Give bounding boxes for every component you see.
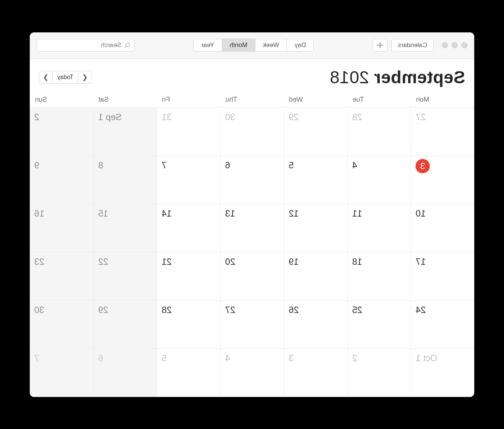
calendars-button[interactable]: Calendars: [392, 39, 434, 52]
day-cell[interactable]: 12: [284, 204, 347, 252]
search-input[interactable]: [41, 41, 121, 49]
day-cell[interactable]: Oct 1: [411, 349, 474, 397]
day-cell[interactable]: 5: [157, 349, 220, 397]
view-switcher: DayWeekMonthYear: [193, 39, 314, 52]
day-cell[interactable]: 30: [30, 301, 93, 349]
day-number: 2: [352, 352, 365, 365]
month-name: September: [374, 67, 465, 87]
day-cell[interactable]: 26: [284, 301, 347, 349]
day-cell[interactable]: 9: [30, 156, 93, 204]
weekday-header: Sat: [93, 93, 157, 107]
weekday-header: Wed: [284, 93, 347, 107]
view-tab-label: Month: [230, 41, 247, 49]
day-cell[interactable]: 29: [93, 301, 157, 349]
month-grid: 2728293031Sep 12345678910111213141516171…: [30, 108, 474, 397]
day-cell[interactable]: 29: [284, 108, 347, 156]
month-header: September 2018 ❮ Today ❯: [30, 59, 474, 93]
day-cell[interactable]: 31: [157, 108, 220, 156]
today-button[interactable]: Today: [52, 71, 78, 83]
day-cell[interactable]: 14: [157, 204, 220, 252]
day-cell[interactable]: 10: [411, 204, 474, 252]
day-number: 8: [98, 159, 111, 172]
day-number: 4: [352, 159, 365, 172]
day-cell[interactable]: 4: [220, 349, 284, 397]
day-cell[interactable]: 6: [93, 349, 157, 397]
titlebar: Calendars DayWeekMonthYear: [30, 32, 474, 59]
add-event-button[interactable]: [373, 39, 388, 52]
day-cell[interactable]: 24: [411, 301, 474, 349]
content: September 2018 ❮ Today ❯ MonTueWedThuFri…: [30, 59, 474, 397]
day-cell[interactable]: 16: [30, 204, 93, 252]
day-number: 11: [352, 207, 365, 220]
day-number: 6: [98, 352, 111, 365]
day-number: 10: [415, 207, 428, 220]
day-cell[interactable]: 23: [30, 252, 93, 301]
day-cell[interactable]: 27: [411, 108, 474, 156]
view-tab-label: Day: [295, 41, 306, 49]
day-number: 28: [352, 111, 365, 124]
view-tab-week[interactable]: Week: [255, 39, 287, 51]
day-cell[interactable]: Sep 1: [93, 108, 157, 156]
chevron-right-icon: ❯: [43, 73, 49, 81]
day-number: 24: [415, 304, 428, 316]
weekday-header: Sun: [30, 93, 93, 107]
view-tab-year[interactable]: Year: [194, 39, 221, 51]
day-number: 17: [415, 255, 428, 268]
day-number: 6: [225, 159, 238, 172]
day-cell[interactable]: 5: [284, 156, 347, 204]
day-cell[interactable]: 2: [30, 108, 93, 156]
day-cell[interactable]: 11: [347, 204, 411, 252]
day-number: Oct 1: [415, 352, 437, 365]
day-cell[interactable]: 22: [93, 252, 157, 301]
day-cell[interactable]: 28: [347, 108, 411, 156]
day-cell[interactable]: 7: [157, 156, 220, 204]
day-number: 25: [352, 304, 365, 316]
day-number: 5: [289, 159, 301, 172]
window-controls: [442, 42, 467, 48]
calendar-window: Calendars DayWeekMonthYear September 201…: [30, 32, 474, 397]
minimize-window-icon[interactable]: [452, 42, 458, 48]
weekday-header: Thu: [220, 93, 284, 107]
day-number: 4: [225, 352, 238, 365]
day-number: 7: [34, 352, 47, 365]
prev-month-button[interactable]: ❮: [78, 71, 92, 83]
day-cell[interactable]: 27: [220, 301, 284, 349]
next-month-button[interactable]: ❯: [39, 71, 52, 83]
day-cell[interactable]: 28: [157, 301, 220, 349]
view-tab-day[interactable]: Day: [287, 39, 313, 51]
day-cell[interactable]: 7: [30, 349, 93, 397]
day-cell[interactable]: 15: [93, 204, 157, 252]
search-icon: [124, 42, 130, 48]
close-window-icon[interactable]: [461, 42, 467, 48]
day-number: 28: [162, 304, 174, 316]
day-cell[interactable]: 18: [347, 252, 411, 301]
view-tab-month[interactable]: Month: [222, 39, 255, 51]
day-number: 23: [34, 255, 47, 268]
svg-line-1: [125, 46, 126, 48]
fullscreen-window-icon[interactable]: [442, 42, 448, 48]
day-cell[interactable]: 2: [347, 349, 411, 397]
day-number: 7: [162, 159, 174, 172]
view-tab-label: Year: [201, 41, 214, 49]
day-cell[interactable]: 25: [347, 301, 411, 349]
day-cell[interactable]: 8: [93, 156, 157, 204]
day-cell[interactable]: 4: [347, 156, 411, 204]
day-cell[interactable]: 3: [284, 349, 347, 397]
day-cell[interactable]: 20: [220, 252, 284, 301]
search-field[interactable]: [37, 39, 134, 52]
day-number: 12: [289, 207, 301, 220]
day-cell[interactable]: 3: [411, 156, 474, 204]
day-number: 26: [289, 304, 301, 316]
day-number: 22: [98, 255, 111, 268]
day-number: 20: [225, 255, 238, 268]
day-cell[interactable]: 17: [411, 252, 474, 301]
day-number: 29: [98, 304, 111, 316]
day-cell[interactable]: 30: [220, 108, 284, 156]
day-cell[interactable]: 21: [157, 252, 220, 301]
day-number: 30: [225, 111, 238, 124]
day-cell[interactable]: 6: [220, 156, 284, 204]
view-tab-label: Week: [263, 41, 279, 49]
weekday-header: Tue: [347, 93, 411, 107]
day-cell[interactable]: 19: [284, 252, 347, 301]
day-cell[interactable]: 13: [220, 204, 284, 252]
